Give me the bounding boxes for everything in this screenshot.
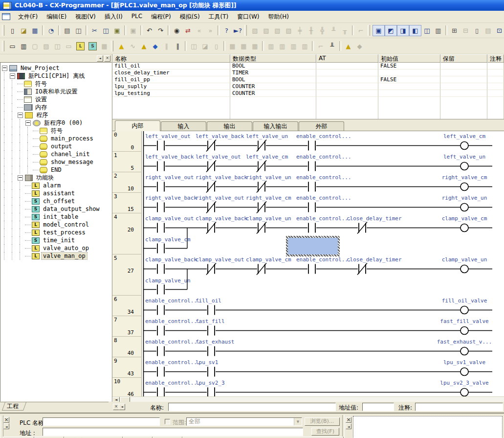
tree-item-chanel_init[interactable]: chanel_init — [0, 150, 111, 158]
pause-monitor-icon[interactable]: ∥ — [161, 41, 172, 51]
rung-number-cell[interactable]: 527 — [112, 254, 142, 296]
menu-item-2[interactable]: 视图(V) — [71, 11, 100, 23]
return-icon[interactable]: ⌐ — [355, 25, 367, 36]
symbol-column-3[interactable]: 初始值 — [378, 54, 440, 63]
ladder-rung-8[interactable]: 840enable_control...fast_exhaustfast_exh… — [112, 337, 504, 357]
io-comment-icon[interactable]: ▧ — [249, 25, 261, 36]
view-section-icon[interactable]: ◧ — [409, 25, 421, 36]
context-help-icon[interactable]: ►? — [232, 25, 243, 36]
symbol-cell[interactable] — [487, 83, 504, 90]
name-field[interactable] — [168, 403, 336, 411]
symbol-row-2[interactable]: fill_oil_ppBOOLFALSE — [112, 76, 504, 83]
transfer-force-icon[interactable]: ◆ — [150, 41, 161, 51]
rung-diagram[interactable]: clamp_valve_backclamp_valve_outclamp_val… — [142, 254, 499, 296]
tab-输入[interactable]: 输入 — [161, 121, 206, 131]
workspace-collapse-icon[interactable] — [97, 55, 103, 62]
ladder-rung-7[interactable]: 737enable_control...fast_fillfast_fill_v… — [112, 316, 504, 337]
monitor-icon[interactable]: ▢ — [29, 41, 41, 51]
force-off-icon[interactable]: ∿ — [127, 41, 138, 51]
tab-输入输出[interactable]: 输入输出 — [253, 121, 298, 131]
tree-item-ch_offset[interactable]: Sch_offset — [0, 197, 111, 205]
symbol-cell[interactable] — [378, 69, 440, 76]
rung-number-cell[interactable]: 840 — [112, 337, 142, 357]
fb-online-icon[interactable]: ⊟ — [460, 25, 471, 36]
ladder-rung-10[interactable]: 1046enable_control...lpu_sv2_3lpu_sv2_3_… — [112, 378, 504, 396]
ladder-rung-1[interactable]: 15left_valve_backleft_valve_outleft_valv… — [112, 152, 504, 172]
rung-diagram[interactable]: left_valve_backleft_valve_outleft_valve_… — [142, 152, 499, 172]
io-table-2-icon[interactable]: ▥ — [277, 41, 288, 51]
tree-item-end[interactable]: END — [0, 166, 111, 174]
save-icon[interactable]: ▦ — [29, 25, 41, 36]
tree-item-io-[interactable]: IO表和单元设置 — [0, 88, 111, 95]
insert-falling-icon[interactable]: ╥ — [339, 25, 351, 36]
toolbar-grip[interactable] — [2, 25, 4, 36]
symbol-cell[interactable] — [316, 69, 378, 76]
toolbar-grip[interactable] — [111, 41, 113, 51]
symbol-cell[interactable] — [440, 63, 487, 69]
ladder-rung-9[interactable]: 943enable_control...lpu_sv1lpu_sv1_valve — [112, 357, 504, 378]
rung-number-cell[interactable]: 634 — [112, 296, 142, 316]
symbol-cell[interactable]: COUNTER — [230, 90, 316, 97]
ladder-rung-6[interactable]: 634enable_control...fill_oilfill_oil_val… — [112, 296, 504, 316]
rung-number-cell[interactable]: 210 — [112, 172, 142, 193]
compare-plc-icon[interactable]: ▨ — [41, 41, 52, 51]
app-icon[interactable] — [3, 2, 12, 9]
symbol-cell-empty[interactable] — [112, 97, 230, 119]
io-table-1-icon[interactable]: ▥ — [265, 41, 277, 51]
tree-item-valve_auto_op[interactable]: Lvalve_auto_op — [0, 244, 111, 252]
symbol-cell[interactable] — [440, 76, 487, 83]
address-reference-icon[interactable]: ⊡ — [494, 25, 504, 36]
work-online-icon[interactable]: ▭ — [7, 41, 18, 51]
plc-name-field[interactable] — [43, 417, 160, 426]
protect-icon[interactable]: ▲ — [343, 41, 354, 51]
address-value-field[interactable] — [362, 403, 394, 411]
browse-button[interactable]: 浏览(B)... — [305, 417, 340, 426]
ladder-rung-0[interactable]: 00left_valve_outleft_valve_backleft_valv… — [112, 131, 504, 152]
tree-item-alarm[interactable]: Lalarm — [0, 182, 111, 189]
symbol-cell[interactable] — [487, 76, 504, 83]
fb-instance-icon[interactable]: ▦ — [99, 41, 110, 51]
symbol-cell-empty[interactable] — [230, 97, 316, 119]
fb-library-icon[interactable]: ⊞ — [449, 25, 460, 36]
symbol-column-1[interactable]: 数据类型 — [230, 54, 316, 63]
rung-diagram[interactable]: right_valve_backright_valve_outright_val… — [142, 193, 499, 213]
view-symbols-icon[interactable]: ◨ — [397, 25, 409, 36]
rung-number-cell[interactable]: 00 — [112, 131, 142, 152]
undo-icon[interactable]: ↶ — [144, 25, 155, 36]
program-compare-icon[interactable]: ▯ — [211, 41, 222, 51]
insert-contact-icon[interactable]: ╪ — [294, 25, 306, 36]
sheet-close-icon[interactable] — [346, 417, 351, 423]
symbol-column-0[interactable]: 名称 — [112, 54, 230, 63]
new-file-icon[interactable]: ▯ — [7, 25, 18, 36]
menu-item-0[interactable]: 文件(F) — [14, 11, 42, 23]
mdi-child-icon[interactable] — [2, 13, 10, 20]
symbol-cell[interactable]: FALSE — [378, 63, 440, 69]
rung-number-cell[interactable]: 420 — [112, 213, 142, 254]
release-icon[interactable]: ◆ — [354, 41, 365, 51]
paste-attributes-icon[interactable]: ▣ — [128, 25, 139, 36]
tree-item-assistant[interactable]: Lassistant — [0, 189, 111, 197]
doc-search-icon[interactable]: ◔ — [45, 25, 57, 36]
watch-window-icon[interactable]: ▯ — [471, 25, 482, 36]
find-symbol-icon[interactable]: « — [194, 25, 205, 36]
new-fb-st-icon[interactable]: S — [88, 42, 97, 50]
menu-item-3[interactable]: 插入(I) — [100, 11, 127, 23]
paste-icon[interactable]: ▣ — [111, 25, 123, 36]
rung-number-cell[interactable]: 737 — [112, 316, 142, 337]
symbol-cell[interactable] — [378, 83, 440, 90]
tree-item--0-00-[interactable]: 新程序0 (00) — [0, 119, 111, 127]
sheet-shrink-icon[interactable] — [346, 423, 351, 429]
toolbar-grip[interactable] — [2, 41, 4, 51]
toolbar-grip[interactable] — [368, 25, 370, 36]
symbol-cell-empty[interactable] — [316, 97, 378, 119]
symbol-row-0[interactable]: fill_oilBOOLFALSE — [112, 63, 504, 69]
comment-field[interactable] — [415, 403, 503, 411]
step-run-icon[interactable]: ⌐ — [315, 41, 327, 51]
partial-transfer-1-icon[interactable]: ▦ — [227, 41, 238, 51]
menu-item-4[interactable]: PLC — [127, 11, 147, 23]
address-field[interactable] — [43, 428, 303, 436]
symbol-cell[interactable]: lpu_testing — [112, 90, 230, 97]
pause-icon[interactable]: ∥ — [172, 41, 183, 51]
combo-dropdown-icon[interactable] — [294, 418, 302, 425]
menu-item-6[interactable]: 模拟(S) — [175, 11, 204, 23]
